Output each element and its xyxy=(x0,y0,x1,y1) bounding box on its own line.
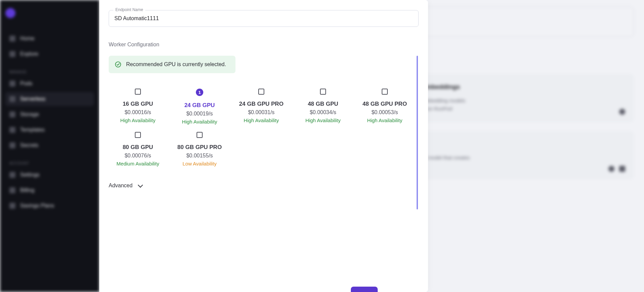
link-icon xyxy=(619,166,625,172)
gpu-checkbox[interactable] xyxy=(258,89,264,95)
gpu-grid: 16 GB GPU$0.00016/sHigh Availability124 … xyxy=(109,87,414,168)
gpu-name: 48 GB GPU xyxy=(295,101,351,107)
gpu-checkbox[interactable] xyxy=(197,132,203,138)
cube-icon xyxy=(9,81,15,87)
sidebar-item-label: Pods xyxy=(20,81,32,87)
gpu-availability: High Availability xyxy=(233,117,289,123)
gpu-card[interactable]: 48 GB GPU$0.00034/sHigh Availability xyxy=(294,87,352,127)
sidebar-item-label: Templates xyxy=(20,127,45,133)
bg-card-title: XL xyxy=(400,140,625,148)
endpoint-name-label: Endpoint Name xyxy=(113,7,145,12)
sidebar-item-home[interactable]: Home xyxy=(5,32,94,46)
worker-config-title: Worker Configuration xyxy=(109,42,419,48)
gear-icon xyxy=(9,172,15,178)
key-icon xyxy=(9,142,15,148)
gpu-availability: High Availability xyxy=(172,119,227,125)
bg-card-title: Vector Embeddings xyxy=(400,83,625,91)
bg-card-desc: ge of text-embedding models sing Infinit… xyxy=(400,97,625,113)
chevron-down-icon xyxy=(138,182,143,188)
gpu-name: 80 GB GPU xyxy=(110,144,166,151)
gpu-card[interactable]: 80 GB GPU PRO$0.00155/sLow Availability xyxy=(170,130,229,168)
sidebar-item-pods[interactable]: Pods xyxy=(5,77,94,91)
gpu-price: $0.00076/s xyxy=(110,153,166,159)
gpu-price: $0.00016/s xyxy=(110,109,166,115)
gpu-availability: Low Availability xyxy=(172,161,227,166)
gpu-availability: High Availability xyxy=(295,117,351,123)
sidebar-section-manage: MANAGE xyxy=(5,62,94,77)
sidebar-item-label: Billing xyxy=(20,187,35,193)
banner-text: Recommended GPU is currently selected. xyxy=(126,61,226,67)
gpu-availability: High Availability xyxy=(357,117,413,123)
advanced-label: Advanced xyxy=(109,183,132,189)
compass-icon xyxy=(9,51,15,57)
gpu-availability: Medium Availability xyxy=(110,161,166,166)
gpu-card[interactable]: 24 GB GPU PRO$0.00031/sHigh Availability xyxy=(232,87,290,127)
gpu-card[interactable]: 16 GB GPU$0.00016/sHigh Availability xyxy=(109,87,167,127)
gpu-price: $0.00019/s xyxy=(172,111,227,117)
gpu-name: 80 GB GPU PRO xyxy=(172,144,227,151)
github-icon xyxy=(608,166,614,172)
gpu-checkbox[interactable] xyxy=(135,132,141,138)
sidebar-item-label: Settings xyxy=(20,172,40,178)
endpoint-name-input[interactable] xyxy=(109,10,419,27)
gpu-checkbox[interactable] xyxy=(320,89,326,95)
card-icon xyxy=(9,187,15,193)
endpoint-name-field: Endpoint Name xyxy=(109,10,419,27)
gpu-name: 48 GB GPU PRO xyxy=(357,101,413,107)
database-icon xyxy=(9,111,15,117)
cloud-icon xyxy=(9,96,15,102)
gpu-price: $0.00034/s xyxy=(295,109,351,115)
home-icon xyxy=(9,36,15,42)
brand-logo xyxy=(5,8,15,18)
gpu-card[interactable]: 48 GB GPU PRO$0.00053/sHigh Availability xyxy=(356,87,414,127)
endpoint-config-modal: Endpoint Name Worker Configuration Recom… xyxy=(99,0,428,292)
gpu-price: $0.00155/s xyxy=(172,153,227,159)
sidebar-item-savings-plans[interactable]: Savings Plans xyxy=(5,199,94,213)
gpu-card[interactable]: 124 GB GPU$0.00019/sHigh Availability xyxy=(170,87,229,127)
bg-card-desc: enerative AI model that creates 24 image… xyxy=(400,154,625,170)
sidebar-item-label: Storage xyxy=(20,111,39,117)
gpu-checkbox[interactable] xyxy=(382,89,388,95)
scrollbar-thumb[interactable] xyxy=(417,56,418,209)
sidebar-item-billing[interactable]: Billing xyxy=(5,183,94,197)
sidebar-item-label: Explore xyxy=(20,51,38,57)
sidebar-section-account: ACCOUNT xyxy=(5,154,94,168)
github-icon xyxy=(619,109,625,115)
sidebar-item-label: Secrets xyxy=(20,142,38,148)
sidebar-item-label: Serverless xyxy=(20,96,46,102)
gpu-selected-badge: 1 xyxy=(196,89,203,96)
gpu-price: $0.00031/s xyxy=(233,109,289,115)
gpu-price: $0.00053/s xyxy=(357,109,413,115)
sidebar-item-serverless[interactable]: Serverless xyxy=(5,92,94,106)
gpu-name: 16 GB GPU xyxy=(110,101,166,107)
sidebar-item-settings[interactable]: Settings xyxy=(5,168,94,182)
recommended-banner: Recommended GPU is currently selected. xyxy=(109,56,235,73)
primary-action-button[interactable] xyxy=(351,287,378,292)
gpu-name: 24 GB GPU PRO xyxy=(233,101,289,107)
sidebar-item-secrets[interactable]: Secrets xyxy=(5,138,94,152)
sidebar-item-templates[interactable]: Templates xyxy=(5,123,94,137)
gpu-card[interactable]: 80 GB GPU$0.00076/sMedium Availability xyxy=(109,130,167,168)
svg-point-0 xyxy=(115,62,121,67)
gpu-checkbox[interactable] xyxy=(135,89,141,95)
sidebar-item-label: Home xyxy=(20,36,35,42)
check-circle-icon xyxy=(115,61,121,68)
sidebar-item-explore[interactable]: Explore xyxy=(5,47,94,61)
sidebar: Home Explore MANAGE Pods Serverless Stor… xyxy=(0,0,99,292)
gpu-availability: High Availability xyxy=(110,117,166,123)
template-icon xyxy=(9,127,15,133)
sidebar-item-label: Savings Plans xyxy=(20,203,54,209)
worker-config-scroll: Recommended GPU is currently selected. 1… xyxy=(109,56,419,201)
sidebar-item-storage[interactable]: Storage xyxy=(5,107,94,121)
savings-icon xyxy=(9,203,15,209)
advanced-toggle[interactable]: Advanced xyxy=(109,183,414,201)
gpu-name: 24 GB GPU xyxy=(172,102,227,109)
